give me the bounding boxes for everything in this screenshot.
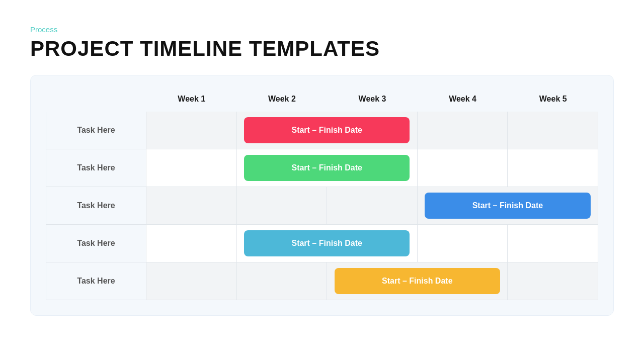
row1-bar-cell: Start – Finish Date xyxy=(237,112,418,149)
header-week1: Week 1 xyxy=(146,90,237,108)
row5-week5 xyxy=(508,262,598,300)
row2-week1 xyxy=(146,149,237,187)
header-week5: Week 5 xyxy=(508,90,598,108)
header-week4: Week 4 xyxy=(418,90,508,108)
task-row-1: Task Here Start – Finish Date xyxy=(46,112,598,149)
task-label-2: Task Here xyxy=(46,149,146,187)
task-row-3: Task Here Start – Finish Date xyxy=(46,187,598,225)
row4-week1 xyxy=(146,225,237,262)
row5-bar-cell: Start – Finish Date xyxy=(327,262,508,300)
row5-week1 xyxy=(146,262,237,300)
task-label-4: Task Here xyxy=(46,225,146,262)
row2-week4 xyxy=(418,149,508,187)
category-label: Process xyxy=(30,25,614,34)
task-row-2: Task Here Start – Finish Date xyxy=(46,149,598,187)
row5-week2 xyxy=(237,262,328,300)
timeline-card: Week 1 Week 2 Week 3 Week 4 Week 5 Task … xyxy=(30,75,614,316)
row3-bar-cell: Start – Finish Date xyxy=(418,187,598,224)
task-label-3: Task Here xyxy=(46,187,146,224)
row5-bar: Start – Finish Date xyxy=(335,268,501,294)
row4-week5 xyxy=(508,225,598,262)
task-row-5: Task Here Start – Finish Date xyxy=(46,262,598,300)
task-label-5: Task Here xyxy=(46,262,146,300)
row1-week4 xyxy=(418,112,508,149)
task-label-1: Task Here xyxy=(46,112,146,149)
header-week3: Week 3 xyxy=(327,90,418,108)
row2-bar: Start – Finish Date xyxy=(244,155,410,181)
row2-bar-cell: Start – Finish Date xyxy=(237,149,418,187)
row4-bar: Start – Finish Date xyxy=(244,230,410,256)
row1-week1 xyxy=(146,112,237,149)
row3-week1 xyxy=(146,187,237,224)
row1-week5 xyxy=(508,112,598,149)
row3-week3 xyxy=(327,187,418,224)
row3-week2 xyxy=(237,187,328,224)
header-week2: Week 2 xyxy=(237,90,328,108)
row2-week5 xyxy=(508,149,598,187)
timeline-header: Week 1 Week 2 Week 3 Week 4 Week 5 xyxy=(46,90,598,112)
header-empty xyxy=(46,90,146,108)
row4-bar-cell: Start – Finish Date xyxy=(237,225,418,262)
row3-bar: Start – Finish Date xyxy=(425,193,591,219)
row4-week4 xyxy=(418,225,508,262)
row1-bar: Start – Finish Date xyxy=(244,117,410,143)
page-title: PROJECT TIMELINE TEMPLATES xyxy=(30,37,614,61)
task-row-4: Task Here Start – Finish Date xyxy=(46,225,598,262)
